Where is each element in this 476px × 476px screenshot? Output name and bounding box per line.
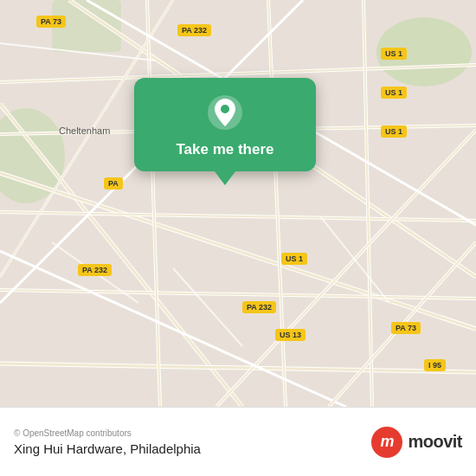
map-area: PA 73 PA 232 US 1 US 1 US 1 PA PA 232 PA… (0, 0, 476, 407)
moovit-wordmark: moovit (408, 432, 462, 452)
location-name: Xing Hui Hardware, Philadelphia (14, 441, 201, 456)
moovit-logo: m moovit (371, 427, 462, 458)
cheltenham-label: Cheltenham (59, 125, 110, 136)
location-info: © OpenStreetMap contributors Xing Hui Ha… (14, 428, 201, 456)
map-roads (0, 0, 476, 407)
bottom-bar: © OpenStreetMap contributors Xing Hui Ha… (0, 407, 476, 476)
badge-us1-3: US 1 (381, 125, 407, 138)
badge-pa73-tl: PA 73 (36, 16, 66, 28)
badge-us1-mid: US 1 (281, 253, 307, 265)
badge-i95: I 95 (424, 359, 446, 371)
badge-us1-1: US 1 (381, 48, 407, 60)
popup-label[interactable]: Take me there (176, 140, 273, 159)
badge-pa-mid: PA (104, 177, 123, 190)
badge-pa232-tr: PA 232 (177, 24, 211, 36)
badge-pa232-mid: PA 232 (78, 264, 112, 276)
svg-point-40 (221, 105, 229, 113)
badge-pa232-mid2: PA 232 (242, 301, 276, 313)
copyright-text: © OpenStreetMap contributors (14, 428, 201, 438)
badge-us1-2: US 1 (381, 87, 407, 99)
badge-us13: US 13 (275, 329, 306, 341)
location-pin-icon (206, 93, 244, 132)
moovit-m-icon: m (371, 427, 402, 458)
popup-card[interactable]: Take me there (134, 78, 316, 171)
badge-pa73-bot: PA 73 (391, 322, 421, 334)
